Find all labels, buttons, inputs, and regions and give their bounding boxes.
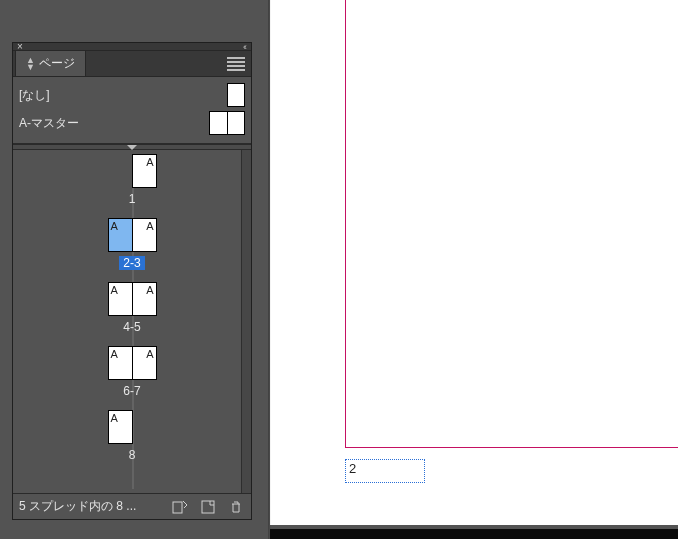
tab-label: ページ [39, 55, 75, 72]
spread-pages: AA [108, 218, 157, 252]
status-text: 5 スプレッド内の 8 ... [19, 498, 136, 515]
panel-menu-icon[interactable] [227, 57, 245, 71]
page-thumb[interactable]: A [108, 218, 133, 252]
spread-label[interactable]: 8 [125, 448, 140, 462]
page-thumb[interactable]: A [108, 410, 133, 444]
master-row-a[interactable]: A-マスター [13, 109, 251, 137]
master-label: A-マスター [19, 115, 79, 132]
tab-pages[interactable]: ▲▼ ページ [15, 50, 86, 76]
spread-pages: AA [108, 346, 157, 380]
sort-arrows-icon: ▲▼ [26, 57, 35, 71]
master-letter: A [111, 412, 118, 424]
panel-tab-strip: ▲▼ ページ [13, 51, 251, 77]
master-letter: A [146, 220, 153, 232]
spread[interactable]: AA4-5 [13, 282, 251, 334]
page-thumb[interactable]: A [132, 282, 157, 316]
page-thumb[interactable]: A [132, 154, 157, 188]
master-pages-list: [なし] A-マスター [13, 77, 251, 144]
panel-status-bar: 5 スプレッド内の 8 ... [13, 493, 251, 519]
master-thumb-double [209, 111, 245, 135]
page-thumb[interactable]: A [132, 346, 157, 380]
spreads-area[interactable]: A1AA2-3AA4-5AA6-7A8 [13, 150, 251, 493]
delete-page-icon[interactable] [227, 498, 245, 516]
master-letter: A [111, 348, 118, 360]
new-page-icon[interactable] [199, 498, 217, 516]
master-letter: A [111, 220, 118, 232]
chevron-down-icon [127, 145, 137, 150]
document-canvas[interactable]: 2 [270, 0, 678, 539]
master-letter: A [111, 284, 118, 296]
page-number-text-frame[interactable]: 2 [345, 459, 425, 483]
page-thumb[interactable]: A [108, 282, 133, 316]
master-letter: A [146, 156, 153, 168]
document-page-frame [345, 0, 678, 448]
edit-page-size-icon[interactable] [171, 498, 189, 516]
spread[interactable]: A8 [13, 410, 251, 462]
master-label: [なし] [19, 87, 50, 104]
svg-rect-1 [202, 501, 214, 513]
master-letter: A [146, 348, 153, 360]
spread[interactable]: AA2-3 [13, 218, 251, 270]
spread-label[interactable]: 1 [125, 192, 140, 206]
spread-label[interactable]: 2-3 [119, 256, 144, 270]
master-letter: A [146, 284, 153, 296]
canvas-edge-shadow [268, 0, 271, 539]
spread-pages: A [108, 410, 133, 444]
spread-pages: AA [108, 282, 157, 316]
master-row-none[interactable]: [なし] [13, 81, 251, 109]
spread-label[interactable]: 4-5 [119, 320, 144, 334]
svg-rect-0 [173, 502, 182, 513]
spread[interactable]: A1 [13, 154, 251, 206]
pages-panel: × ‹‹ ▲▼ ページ [なし] A-マスター A1AA2-3AA4-5AA6-… [12, 42, 252, 520]
spread-label[interactable]: 6-7 [119, 384, 144, 398]
page-thumb[interactable]: A [132, 218, 157, 252]
spread-pages: A [132, 154, 157, 188]
canvas-footer-strip [270, 529, 678, 539]
master-thumb-single [227, 83, 245, 107]
page-thumb[interactable]: A [108, 346, 133, 380]
spread[interactable]: AA6-7 [13, 346, 251, 398]
